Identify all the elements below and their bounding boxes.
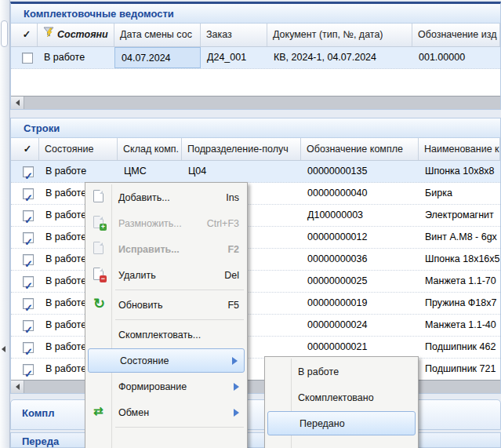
cell-code[interactable]: 00000000135	[301, 161, 419, 182]
submenu-item-assembled[interactable]: Скомплектовано	[267, 384, 416, 410]
column-order[interactable]: Заказ	[201, 24, 267, 46]
bottom-panel-komplektovanie[interactable]: Компл	[10, 399, 501, 430]
status-submenu: В работе Скомплектовано Передано	[264, 356, 419, 448]
submenu-arrow-icon	[232, 357, 238, 365]
table-row[interactable]: В работе ЦМС Ц04 00000000135 Шпонка 10х8…	[11, 161, 500, 183]
collapsed-side-panel[interactable]	[0, 0, 10, 448]
column-check[interactable]: ✓	[11, 24, 38, 46]
cell-name[interactable]: Подшипник 462	[419, 337, 500, 358]
menu-item-label: Скомплектовать...	[118, 330, 201, 341]
column-status-date[interactable]: Дата смены сос	[114, 24, 201, 46]
context-menu: Добавить... Ins + Размножить... Ctrl+F3 …	[85, 182, 248, 448]
cell-name[interactable]: Винт А.М8 - 6gх	[419, 227, 500, 248]
column-document[interactable]: Документ (тип, №, дата)	[267, 24, 412, 46]
menu-item-delete[interactable]: − Удалить Del	[87, 262, 245, 288]
submenu-arrow-icon	[234, 409, 239, 417]
submenu-arrow-icon	[234, 383, 239, 391]
cell-status-date-focused[interactable]: 04.07.2024	[114, 47, 201, 68]
column-department[interactable]: Подразделение-получ	[182, 138, 301, 160]
menu-item-duplicate[interactable]: + Размножить... Ctrl+F3	[87, 210, 245, 236]
menu-item-label: Размножить...	[118, 218, 182, 229]
cell-department[interactable]: Ц04	[182, 161, 301, 182]
cell-name[interactable]: Манжета 1.1-70	[419, 271, 500, 292]
row-checkbox[interactable]	[23, 210, 34, 221]
menu-item-assemble[interactable]: Скомплектовать...	[87, 322, 245, 348]
cell-code[interactable]: 00000000012	[301, 227, 419, 248]
cell-order[interactable]: Д24_001	[201, 47, 267, 68]
menu-item-label: Состояние	[120, 355, 169, 366]
menu-item-refresh[interactable]: ↻ Обновить F5	[87, 292, 245, 318]
menu-item-label: Передано	[300, 418, 345, 429]
cell-name[interactable]: Манжета 1.1-40	[419, 315, 500, 336]
lines-table-header: ✓ Состояние Склад комп. Подразделение-по…	[11, 138, 500, 161]
cell-code[interactable]: 00000000019	[301, 293, 419, 314]
cell-name[interactable]: Пружина Ф18х7	[419, 293, 500, 314]
scroll-left-icon[interactable]	[11, 97, 24, 109]
sheets-table-header: ✓ Состояни Дата смены сос Заказ Документ…	[11, 24, 500, 47]
column-warehouse[interactable]: Склад комп.	[118, 138, 182, 160]
menu-item-edit[interactable]: Исправить... F2	[87, 236, 245, 262]
cell-code[interactable]: 00000000040	[301, 183, 419, 204]
row-checkbox[interactable]	[23, 364, 34, 375]
column-name[interactable]: Наименование к	[419, 138, 500, 160]
cell-code[interactable]: 00000000021	[301, 337, 419, 358]
menu-item-shortcut: Ctrl+F3	[207, 218, 239, 229]
menu-item-add[interactable]: Добавить... Ins	[87, 184, 245, 210]
filter-lightning-icon	[43, 24, 54, 46]
menu-item-state[interactable]: Состояние	[88, 348, 245, 373]
column-status-label: Состояни	[57, 24, 108, 46]
menu-item-label: Удалить	[118, 270, 156, 281]
row-checkbox[interactable]	[23, 298, 34, 309]
row-checkbox[interactable]	[23, 276, 34, 287]
cell-name[interactable]: Шпонка 10х8х8	[419, 161, 500, 182]
menu-item-exchange[interactable]: ⇄ Обмен	[87, 399, 245, 425]
column-product[interactable]: Обозначение изд	[412, 24, 500, 46]
row-checkbox[interactable]	[23, 188, 34, 199]
lines-panel-title: Строки	[11, 118, 500, 138]
menu-separator	[115, 290, 244, 290]
side-panel-handle[interactable]	[1, 20, 8, 47]
submenu-item-transferred[interactable]: Передано	[267, 411, 416, 435]
column-status[interactable]: Состояние	[39, 138, 118, 160]
column-check[interactable]: ✓	[11, 138, 39, 160]
cell-warehouse[interactable]: ЦМС	[118, 161, 182, 182]
column-code[interactable]: Обозначение компле	[301, 138, 419, 160]
cell-name[interactable]: Подшипник 721	[419, 359, 500, 380]
menu-item-label: Скомплектовано	[298, 392, 374, 403]
cell-name[interactable]: Шпонка 18х16х5	[419, 249, 500, 270]
bottom-panel-peredacha[interactable]: Переда	[10, 432, 501, 448]
menu-item-shortcut: F2	[227, 244, 239, 255]
collapse-left-icon[interactable]	[2, 346, 5, 352]
menu-item-label: В работе	[298, 366, 339, 377]
cell-name[interactable]: Электромагнит	[419, 205, 500, 226]
menu-item-formation[interactable]: Формирование	[87, 373, 245, 399]
cell-status[interactable]: В работе	[39, 161, 118, 182]
submenu-item-clipped[interactable]	[267, 436, 416, 448]
menu-item-clipped[interactable]	[87, 429, 245, 448]
cell-code[interactable]: 00000000024	[301, 315, 419, 336]
refresh-icon: ↻	[93, 297, 105, 310]
sheets-panel-title: Комплектовочные ведомости	[11, 4, 500, 24]
row-checkbox[interactable]	[23, 342, 34, 353]
cell-product[interactable]: 001.00000	[412, 47, 500, 68]
cell-code[interactable]: Д100000003	[301, 205, 419, 226]
row-checkbox[interactable]	[22, 53, 33, 64]
sheets-table-row[interactable]: В работе 04.07.2024 Д24_001 КВ, 2024-1, …	[11, 47, 500, 69]
cell-code[interactable]: 00000000036	[301, 249, 419, 270]
menu-item-label: Формирование	[118, 381, 187, 392]
duplicate-document-icon: +	[93, 216, 103, 228]
submenu-item-in-work[interactable]: В работе	[267, 359, 416, 384]
cell-code[interactable]: 00000000025	[301, 271, 419, 292]
menu-item-label: Обновить	[118, 300, 163, 311]
row-checkbox[interactable]	[23, 254, 34, 265]
cell-status[interactable]: В работе	[38, 47, 114, 68]
column-status[interactable]: Состояни	[38, 24, 114, 46]
row-checkbox[interactable]	[23, 232, 34, 243]
cell-name[interactable]: Бирка	[419, 183, 500, 204]
scroll-left-icon[interactable]	[11, 381, 24, 393]
cell-document[interactable]: КВ, 2024-1, 04.07.2024	[267, 47, 412, 68]
row-checkbox[interactable]	[23, 166, 34, 177]
sheets-horizontal-scrollbar[interactable]	[11, 96, 500, 109]
row-checkbox[interactable]	[23, 320, 34, 331]
menu-item-shortcut: Del	[224, 270, 239, 281]
